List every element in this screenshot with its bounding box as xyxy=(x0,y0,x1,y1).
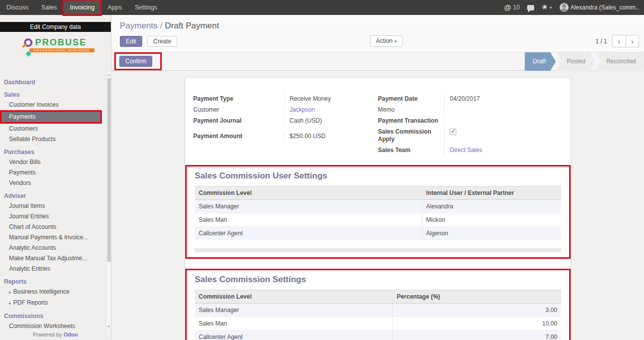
form-sheet: Payment Type Receive Money Customer Jack… xyxy=(185,77,571,340)
cell-commission-level: Callcenter Agent xyxy=(195,227,422,240)
commission-user-table: Commission Level Internal User / Externa… xyxy=(195,186,561,240)
debug-menu-button[interactable]: ▾ xyxy=(542,4,552,11)
sidebar-item-tax-adjustments[interactable]: Make Manual Tax Adjustme... xyxy=(0,253,106,264)
messages-button[interactable] xyxy=(527,5,534,10)
table-row[interactable]: Sales Man 10.00 xyxy=(195,317,561,331)
sidebar-header-sales[interactable]: Sales xyxy=(0,90,106,100)
payment-journal-value: Cash (USD) xyxy=(290,117,322,124)
odoo-link[interactable]: Odoo xyxy=(63,332,78,338)
column-commission-level[interactable]: Commission Level xyxy=(195,186,422,200)
field-label: Payment Type xyxy=(193,94,284,104)
sidebar-item-payments[interactable]: Payments xyxy=(1,112,100,122)
left-field-group: Payment Type Receive Money Customer Jack… xyxy=(193,94,378,156)
menu-invoicing[interactable]: Invoicing xyxy=(63,0,101,15)
column-internal-user[interactable]: Internal User / External Partner xyxy=(422,186,561,200)
secondary-menu: Dashboard Sales Customer Invoices Paymen… xyxy=(0,72,106,329)
field-label: Payment Amount xyxy=(193,131,284,142)
confirm-button[interactable]: Confirm xyxy=(119,56,152,67)
sidebar-item-customers[interactable]: Customers xyxy=(0,124,106,134)
menu-sales[interactable]: Sales xyxy=(35,0,63,15)
scrollbar-down-icon[interactable]: ▼ xyxy=(107,325,111,328)
commission-settings-section: Sales Commission Settings Commission Lev… xyxy=(185,269,571,340)
sidebar-item-chart-of-accounts[interactable]: Chart of Accounts xyxy=(0,222,106,232)
sales-commission-apply-checkbox[interactable]: ✓ xyxy=(450,129,456,135)
cell-commission-level: Sales Man xyxy=(195,317,392,331)
column-percentage[interactable]: Percentage (%) xyxy=(392,290,561,304)
cell-user: Alexandra xyxy=(422,200,561,213)
table-row[interactable]: Sales Man Mickon xyxy=(195,213,561,227)
topbar: Discuss Sales Invoicing Apps Settings @ … xyxy=(0,0,644,15)
sidebar-item-vendor-bills[interactable]: Vendor Bills xyxy=(0,157,106,168)
table-row[interactable]: Callcenter Agent Algenon xyxy=(195,227,561,240)
sidebar-item-label: Business Intelligence xyxy=(13,288,70,295)
status-reconciled[interactable]: Reconciled xyxy=(596,52,644,71)
user-menu[interactable]: Alexandra (Sales_comm.. xyxy=(560,3,639,12)
scrollbar-thumb[interactable] xyxy=(107,78,111,262)
column-commission-level[interactable]: Commission Level xyxy=(195,290,392,304)
payment-fields: Payment Type Receive Money Customer Jack… xyxy=(193,94,563,156)
field-customer: Customer Jackpson xyxy=(193,105,369,115)
section-separator xyxy=(195,248,561,252)
menu-settings[interactable]: Settings xyxy=(128,0,164,15)
field-sales-team: Sales Team Direct Sales xyxy=(378,145,563,156)
sidebar-item-analytic-accounts[interactable]: Analytic Accounts xyxy=(0,243,106,253)
status-posted[interactable]: Posted xyxy=(556,52,595,71)
caret-down-icon: ▾ xyxy=(394,39,397,44)
sidebar-item-vendors[interactable]: Vendors xyxy=(0,178,106,188)
section-title: Sales Commission Settings xyxy=(195,275,561,285)
edit-button[interactable]: Edit xyxy=(120,36,142,47)
edit-company-data-button[interactable]: Edit Company data xyxy=(0,22,111,32)
sidebar-item-customer-invoices[interactable]: Customer Invoices xyxy=(0,100,106,110)
sidebar-header-dashboard[interactable]: Dashboard xyxy=(0,77,106,87)
cell-percentage: 10.00 xyxy=(392,317,561,331)
cell-commission-level: Sales Man xyxy=(195,213,422,227)
status-widget: Draft Posted Reconciled xyxy=(525,52,644,71)
powered-by-odoo: Powered by Odoo xyxy=(0,329,111,340)
sidebar-item-journal-entries[interactable]: Journal Entries xyxy=(0,211,106,222)
activity-count: 10 xyxy=(513,4,520,11)
sidebar-header-commissions[interactable]: Commissions xyxy=(0,311,106,321)
pager-previous-button[interactable]: ‹ xyxy=(612,35,626,47)
table-header-row: Commission Level Internal User / Externa… xyxy=(195,186,561,200)
sidebar: Edit Company data PROBUSE PROFESSIONAL B… xyxy=(0,15,111,340)
action-label: Action xyxy=(376,37,392,44)
create-button[interactable]: Create xyxy=(147,36,177,47)
cell-percentage: 3.00 xyxy=(392,304,561,317)
sidebar-item-sellable-products[interactable]: Sellable Products xyxy=(0,134,106,145)
sidebar-item-business-intelligence[interactable]: ▸Business Intelligence xyxy=(0,287,106,298)
sidebar-header-adviser[interactable]: Adviser xyxy=(0,191,106,201)
breadcrumb: Payments/Draft Payment xyxy=(112,15,644,34)
scrollbar-up-icon[interactable]: ▲ xyxy=(107,73,111,76)
button-row: Edit Create Action▾ 1 / 1 ‹› xyxy=(112,34,644,52)
expand-caret-icon: ▸ xyxy=(9,301,11,306)
menu-apps[interactable]: Apps xyxy=(101,0,128,15)
status-draft[interactable]: Draft xyxy=(525,52,556,71)
sidebar-item-manual-payments[interactable]: Manual Payments & Invoice... xyxy=(0,232,106,243)
menu-discuss[interactable]: Discuss xyxy=(0,0,35,15)
action-dropdown-button[interactable]: Action▾ xyxy=(370,35,403,47)
sidebar-scrollbar[interactable]: ▲ ▼ xyxy=(106,72,111,329)
sidebar-item-commission-worksheets[interactable]: Commission Worksheets xyxy=(0,321,106,329)
breadcrumb-current: Draft Payment xyxy=(165,21,219,30)
crud-buttons: Edit Create xyxy=(120,36,177,47)
sidebar-item-vendor-payments[interactable]: Payments xyxy=(0,168,106,178)
magnifier-logo-icon xyxy=(24,38,32,47)
sales-team-link[interactable]: Direct Sales xyxy=(450,147,482,154)
sidebar-item-analytic-entries[interactable]: Analytic Entries xyxy=(0,264,106,274)
activities-button[interactable]: @ 10 xyxy=(504,3,520,11)
check-icon: ✓ xyxy=(451,128,456,135)
table-row[interactable]: Sales Manager 3.00 xyxy=(195,304,561,317)
table-row[interactable]: Sales Manager Alexandra xyxy=(195,200,561,213)
topbar-right: @ 10 ▾ Alexandra (Sales_comm.. xyxy=(504,0,644,15)
sidebar-item-journal-items[interactable]: Journal Items xyxy=(0,201,106,211)
table-row[interactable]: Callcenter Agent 7.00 xyxy=(195,331,561,340)
sidebar-item-pdf-reports[interactable]: ▸PDF Reports xyxy=(0,298,106,309)
expand-caret-icon: ▸ xyxy=(9,290,11,295)
sidebar-header-purchases[interactable]: Purchases xyxy=(0,147,106,157)
pager-next-button[interactable]: › xyxy=(626,35,639,47)
sidebar-header-reports[interactable]: Reports xyxy=(0,277,106,287)
breadcrumb-payments-link[interactable]: Payments xyxy=(120,21,158,30)
customer-link[interactable]: Jackpson xyxy=(290,106,315,113)
field-payment-date: Payment Date 04/20/2017 xyxy=(378,94,563,104)
field-payment-transaction: Payment Transaction xyxy=(378,116,563,126)
